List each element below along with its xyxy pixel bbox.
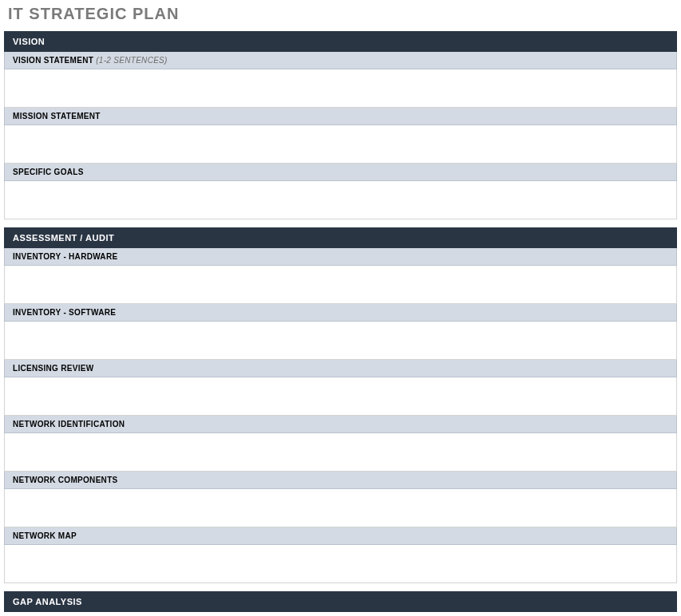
plan-container: VISION VISION STATEMENT (1-2 SENTENCES) … bbox=[0, 31, 681, 612]
content-inventory-hardware[interactable] bbox=[4, 266, 677, 304]
content-inventory-software[interactable] bbox=[4, 322, 677, 360]
subsection-licensing-review: LICENSING REVIEW bbox=[4, 360, 677, 377]
subsection-label: NETWORK MAP bbox=[13, 531, 77, 540]
subsection-label: LICENSING REVIEW bbox=[13, 364, 93, 373]
content-mission-statement[interactable] bbox=[4, 125, 677, 164]
subsection-label: VISION STATEMENT bbox=[13, 56, 93, 65]
subsection-label: MISSION STATEMENT bbox=[13, 112, 101, 120]
subsection-specific-goals: SPECIFIC GOALS bbox=[4, 164, 677, 181]
section-header-assessment: ASSESSMENT / AUDIT bbox=[4, 227, 677, 248]
content-licensing-review[interactable] bbox=[4, 377, 677, 416]
subsection-vision-statement: VISION STATEMENT (1-2 SENTENCES) bbox=[4, 52, 677, 69]
subsection-label: INVENTORY - HARDWARE bbox=[13, 252, 117, 261]
section-gap bbox=[4, 219, 677, 227]
subsection-label: SPECIFIC GOALS bbox=[13, 168, 84, 176]
content-network-map[interactable] bbox=[4, 545, 677, 583]
subsection-inventory-software: INVENTORY - SOFTWARE bbox=[4, 304, 677, 322]
subsection-label: NETWORK IDENTIFICATION bbox=[13, 420, 125, 428]
content-network-identification[interactable] bbox=[4, 433, 677, 472]
content-specific-goals[interactable] bbox=[4, 181, 677, 219]
page-title: IT STRATEGIC PLAN bbox=[0, 0, 681, 31]
subsection-network-identification: NETWORK IDENTIFICATION bbox=[4, 416, 677, 433]
subsection-network-components: NETWORK COMPONENTS bbox=[4, 472, 677, 489]
subsection-network-map: NETWORK MAP bbox=[4, 527, 677, 545]
section-gap bbox=[4, 583, 677, 591]
section-header-gap-analysis: GAP ANALYSIS bbox=[4, 591, 677, 612]
section-header-vision: VISION bbox=[4, 31, 677, 52]
subsection-hint: (1-2 SENTENCES) bbox=[96, 56, 168, 65]
subsection-label: INVENTORY - SOFTWARE bbox=[13, 308, 116, 317]
content-network-components[interactable] bbox=[4, 489, 677, 527]
subsection-label: NETWORK COMPONENTS bbox=[13, 476, 118, 484]
content-vision-statement[interactable] bbox=[4, 69, 677, 108]
subsection-mission-statement: MISSION STATEMENT bbox=[4, 108, 677, 125]
subsection-inventory-hardware: INVENTORY - HARDWARE bbox=[4, 248, 677, 266]
